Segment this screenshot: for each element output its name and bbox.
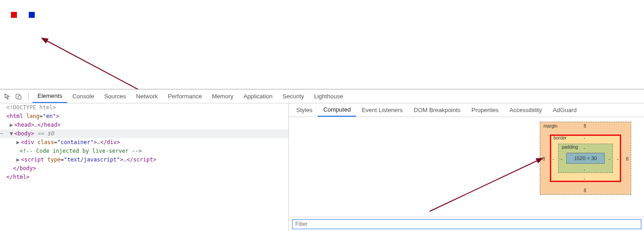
dom-body-selected[interactable]: ⋯ ▼<body> == $0: [0, 129, 288, 138]
red-square: [11, 12, 17, 18]
device-toggle-icon[interactable]: [14, 91, 24, 102]
border-bottom-value: -: [584, 176, 585, 181]
dom-doctype: <!DOCTYPE html>: [6, 104, 56, 111]
padding-right-value: -: [609, 156, 610, 161]
dom-script[interactable]: ▶<script type="text/javascript">…</scrip…: [0, 156, 288, 164]
dom-body-close: </body>: [0, 164, 288, 173]
dom-comment: <!-- Code injected by live-server -->: [0, 147, 288, 156]
border-left-value: -: [553, 156, 554, 161]
margin-right-value: 8: [626, 156, 628, 161]
side-tab-accessibility[interactable]: Accessibility: [504, 103, 548, 117]
box-model-border-label: border: [554, 135, 567, 140]
main-tab-memory[interactable]: Memory: [207, 90, 239, 103]
main-tab-console[interactable]: Console: [67, 90, 99, 103]
filter-input[interactable]: [292, 219, 641, 229]
computed-panel: 1520 × 30 margin border padding 8 8 8 8 …: [289, 117, 644, 231]
side-tab-styles[interactable]: Styles: [291, 103, 318, 117]
side-tab-computed[interactable]: Computed: [318, 103, 356, 117]
margin-left-value: 8: [543, 156, 545, 161]
padding-top-value: -: [584, 145, 585, 150]
side-pane: StylesComputedEvent ListenersDOM Breakpo…: [289, 103, 644, 231]
inspect-icon[interactable]: [3, 91, 13, 102]
elements-tree[interactable]: <!DOCTYPE html> <html lang="en"> ▶<head>…: [0, 103, 289, 231]
blue-square: [29, 12, 35, 18]
main-tab-network[interactable]: Network: [131, 90, 163, 103]
main-tab-security[interactable]: Security: [277, 90, 309, 103]
box-model-diagram: 1520 × 30 margin border padding 8 8 8 8 …: [540, 122, 631, 195]
devtools-panel: ElementsConsoleSourcesNetworkPerformance…: [0, 89, 644, 231]
padding-left-value: -: [561, 156, 562, 161]
margin-bottom-value: 8: [584, 188, 586, 193]
dom-html-close: </html>: [0, 173, 288, 182]
side-tab-properties[interactable]: Properties: [466, 103, 504, 117]
devtools-main-tabbar: ElementsConsoleSourcesNetworkPerformance…: [0, 90, 644, 103]
box-model-content: 1520 × 30: [566, 153, 605, 164]
padding-bottom-value: -: [584, 167, 585, 172]
margin-top-value: 8: [584, 124, 586, 129]
side-tab-dom-breakpoints[interactable]: DOM Breakpoints: [408, 103, 466, 117]
box-model-margin-label: margin: [543, 124, 558, 129]
main-tab-sources[interactable]: Sources: [99, 90, 131, 103]
svg-rect-2: [18, 96, 21, 99]
dom-div-container[interactable]: ▶<div class="container">…</div>: [0, 138, 288, 147]
side-tab-event-listeners[interactable]: Event Listeners: [356, 103, 408, 117]
side-tabbar: StylesComputedEvent ListenersDOM Breakpo…: [289, 103, 644, 117]
filter-bar: [289, 217, 644, 231]
dom-html-open[interactable]: <html lang="en">: [0, 112, 288, 121]
main-tab-application[interactable]: Application: [239, 90, 278, 103]
main-tab-lighthouse[interactable]: Lighthouse: [309, 90, 348, 103]
dom-head[interactable]: ▶<head>…</head>: [0, 121, 288, 129]
rendered-page: [0, 0, 644, 89]
border-right-value: -: [617, 156, 618, 161]
main-tab-performance[interactable]: Performance: [163, 90, 207, 103]
side-tab-adguard[interactable]: AdGuard: [548, 103, 582, 117]
box-model-padding-label: padding: [562, 145, 578, 150]
main-tab-elements[interactable]: Elements: [32, 90, 67, 103]
border-top-value: -: [584, 135, 585, 140]
